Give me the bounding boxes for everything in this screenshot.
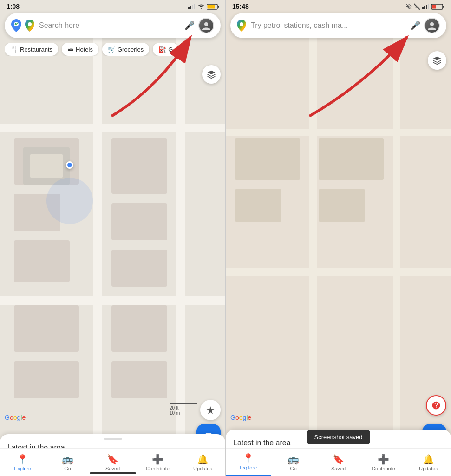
svg-point-27 <box>204 22 208 26</box>
category-pills-left: 🍴 Restaurants 🛏 Hotels 🛒 Groceries ⛽ G <box>5 43 221 56</box>
restaurant-icon: 🍴 <box>10 46 18 53</box>
svg-rect-24 <box>218 6 219 8</box>
nav-explore-label-right: Explore <box>240 465 257 470</box>
svg-point-17 <box>46 178 93 224</box>
svg-rect-13 <box>111 361 167 398</box>
svg-rect-41 <box>428 4 429 9</box>
scale-20ft: 20 ft <box>170 405 178 410</box>
nav-contribute-right[interactable]: ➕ Contribute <box>361 449 406 476</box>
svg-rect-14 <box>14 361 79 398</box>
svg-rect-35 <box>319 138 384 180</box>
layers-button-left[interactable] <box>202 65 221 84</box>
nav-direction-button-left[interactable] <box>200 400 221 420</box>
hotel-icon: 🛏 <box>67 46 74 53</box>
left-phone-panel: 1:08 <box>0 0 226 476</box>
nav-saved-right[interactable]: 🔖 Saved <box>316 449 361 476</box>
pill-groceries[interactable]: 🛒 Groceries <box>102 43 149 56</box>
nav-contribute-left[interactable]: ➕ Contribute <box>135 449 180 476</box>
map-right[interactable] <box>226 0 451 476</box>
location-dot <box>66 161 73 169</box>
scale-10m: 10 m <box>170 410 180 416</box>
mute-icon <box>405 3 412 10</box>
battery-icon-right <box>431 4 444 10</box>
scale-bar-left: 20 ft 10 m <box>170 403 197 416</box>
nav-go-right[interactable]: 🚌 Go <box>271 449 316 476</box>
nav-go-left[interactable]: 🚌 Go <box>45 449 90 476</box>
svg-rect-34 <box>235 138 300 180</box>
layers-button-right[interactable] <box>428 51 446 70</box>
svg-rect-23 <box>208 5 215 8</box>
svg-rect-3 <box>93 36 102 440</box>
pill-label-hotels: Hotels <box>76 46 93 53</box>
right-phone-panel: 15:48 <box>226 0 451 476</box>
svg-rect-37 <box>319 189 365 222</box>
go-icon-right: 🚌 <box>288 454 299 465</box>
svg-rect-31 <box>226 268 451 276</box>
search-input-left[interactable]: Search here <box>39 21 181 30</box>
svg-rect-16 <box>30 154 63 178</box>
svg-rect-38 <box>422 7 424 9</box>
search-bar-container-right: Try petrol stations, cash ma... 🎤 <box>230 13 446 38</box>
nav-saved-label-right: Saved <box>331 466 346 471</box>
nav-updates-right[interactable]: 🔔 Updates <box>406 449 451 476</box>
svg-rect-1 <box>0 124 225 132</box>
pill-gas[interactable]: ⛽ G <box>153 43 178 56</box>
pill-label-gas: G <box>168 46 173 53</box>
layers-icon-right <box>432 56 442 65</box>
avatar-right[interactable] <box>424 18 440 33</box>
nav-saved-label-left: Saved <box>105 466 120 471</box>
help-button-right[interactable] <box>426 395 446 416</box>
explore-icon-left: 📍 <box>17 454 28 465</box>
updates-icon-right: 🔔 <box>423 454 434 465</box>
layers-icon-left <box>207 70 216 79</box>
nav-go-label-right: Go <box>290 466 297 471</box>
nav-explore-left[interactable]: 📍 Explore <box>0 449 45 476</box>
time-right: 15:48 <box>232 3 249 10</box>
svg-rect-30 <box>226 129 451 136</box>
avatar-person-icon-right <box>427 20 437 31</box>
google-brand-left: Google <box>5 414 26 421</box>
pill-restaurants[interactable]: 🍴 Restaurants <box>5 43 58 56</box>
wifi-icon <box>197 4 205 9</box>
search-bar-left[interactable]: Search here 🎤 <box>5 13 221 38</box>
nav-go-label-left: Go <box>64 466 71 471</box>
pill-label-restaurants: Restaurants <box>20 46 52 53</box>
nav-contribute-label-left: Contribute <box>146 466 170 471</box>
google-brand-right: Google <box>230 414 251 421</box>
avatar-left[interactable] <box>198 18 214 33</box>
svg-rect-29 <box>226 36 451 440</box>
toast-right: Screenshot saved <box>307 430 370 444</box>
avatar-person-icon-left <box>201 20 211 31</box>
svg-rect-44 <box>443 6 444 8</box>
pill-hotels[interactable]: 🛏 Hotels <box>62 43 98 56</box>
svg-rect-4 <box>176 36 185 440</box>
mic-icon-left[interactable]: 🎤 <box>184 20 195 31</box>
nav-updates-label-left: Updates <box>193 466 212 471</box>
svg-rect-12 <box>111 305 167 352</box>
svg-rect-9 <box>111 203 167 240</box>
search-bar-right[interactable]: Try petrol stations, cash ma... 🎤 <box>230 13 446 38</box>
contribute-icon-right: ➕ <box>378 454 389 465</box>
svg-rect-11 <box>14 305 79 352</box>
home-indicator-left <box>90 472 136 474</box>
saved-icon-left: 🔖 <box>107 454 118 465</box>
search-input-right[interactable]: Try petrol stations, cash ma... <box>251 21 406 30</box>
status-bar-right: 15:48 <box>226 0 451 12</box>
bottom-nav-left: 📍 Explore 🚌 Go 🔖 Saved ➕ Contribute 🔔 Up… <box>0 448 225 476</box>
maps-pin-icon-left <box>11 19 21 32</box>
mic-icon-right[interactable]: 🎤 <box>410 20 420 31</box>
svg-rect-43 <box>432 5 436 8</box>
nav-explore-right[interactable]: 📍 Explore <box>226 449 271 476</box>
svg-point-45 <box>240 22 243 26</box>
sheet-handle-left[interactable] <box>104 438 122 440</box>
battery-icon <box>207 4 219 10</box>
question-icon <box>431 401 441 410</box>
maps-logo-left <box>25 20 34 32</box>
svg-rect-20 <box>192 5 193 9</box>
svg-rect-32 <box>309 36 317 440</box>
nav-updates-left[interactable]: 🔔 Updates <box>180 449 225 476</box>
maps-logo-right <box>237 20 246 32</box>
svg-rect-39 <box>424 6 425 9</box>
bottom-nav-right: 📍 Explore 🚌 Go 🔖 Saved ➕ Contribute 🔔 Up… <box>226 448 451 476</box>
pill-label-groceries: Groceries <box>118 46 144 53</box>
